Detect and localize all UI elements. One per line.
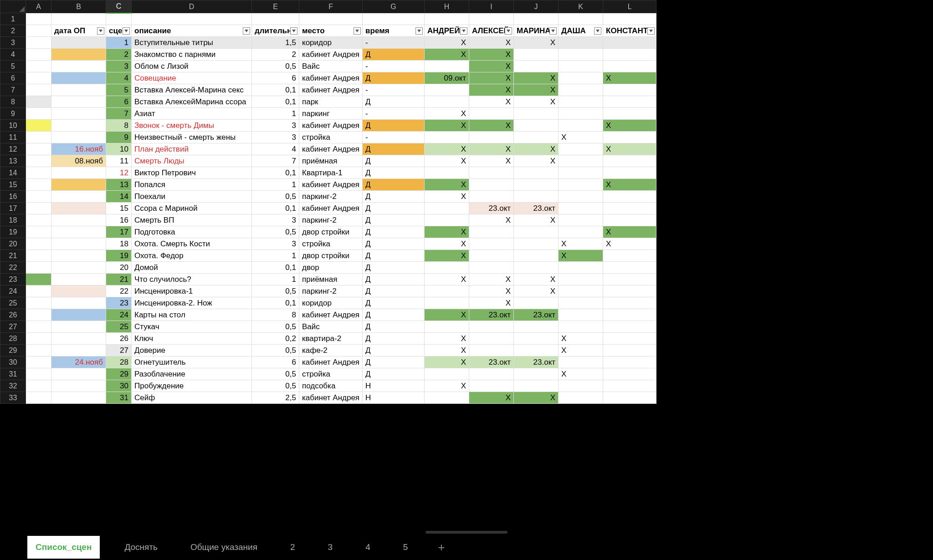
cell-A20[interactable]: [26, 238, 51, 250]
cell-K20[interactable]: X: [559, 238, 603, 250]
cell-K17[interactable]: [559, 203, 603, 214]
cell-H5[interactable]: [425, 61, 469, 72]
row-header-13[interactable]: 13: [0, 155, 26, 167]
cell-K1[interactable]: [559, 13, 603, 25]
cell-H6[interactable]: 09.окт: [425, 72, 469, 84]
cell-E19[interactable]: 0,5: [252, 226, 299, 238]
cell-E30[interactable]: 6: [252, 356, 299, 368]
cell-B33[interactable]: [51, 392, 106, 404]
add-sheet-button[interactable]: +: [432, 539, 450, 556]
cell-C32[interactable]: 30: [106, 380, 132, 392]
cell-F21[interactable]: двор стройки: [299, 250, 363, 262]
col-header-H[interactable]: H: [425, 0, 469, 13]
cell-A4[interactable]: [26, 49, 51, 61]
cell-A26[interactable]: [26, 309, 51, 321]
cell-E33[interactable]: 2,5: [252, 392, 299, 404]
cell-L9[interactable]: [603, 108, 656, 120]
cell-K5[interactable]: [559, 61, 603, 72]
cell-F3[interactable]: коридор: [299, 37, 363, 49]
cell-B7[interactable]: [51, 84, 106, 96]
header-cell-F[interactable]: место: [299, 25, 363, 37]
cell-A5[interactable]: [26, 61, 51, 72]
cell-H19[interactable]: X: [425, 226, 469, 238]
cell-L25[interactable]: [603, 297, 656, 309]
col-header-F[interactable]: F: [299, 0, 363, 13]
cell-C4[interactable]: 2: [106, 49, 132, 61]
cell-L11[interactable]: [603, 132, 656, 143]
filter-dropdown-icon[interactable]: [123, 27, 130, 35]
cell-F29[interactable]: кафе-2: [299, 345, 363, 356]
cell-D32[interactable]: Пробуждение: [132, 380, 252, 392]
cell-C10[interactable]: 8: [106, 120, 132, 132]
cell-K26[interactable]: [559, 309, 603, 321]
cell-K31[interactable]: X: [559, 368, 603, 380]
cell-E23[interactable]: 1: [252, 274, 299, 285]
cell-J17[interactable]: 23.окт: [514, 203, 559, 214]
cell-E28[interactable]: 0,2: [252, 333, 299, 345]
cell-H32[interactable]: X: [425, 380, 469, 392]
cell-L22[interactable]: [603, 262, 656, 274]
cell-I12[interactable]: X: [469, 143, 514, 155]
row-header-18[interactable]: 18: [0, 214, 26, 226]
cell-F6[interactable]: кабинет Андрея: [299, 72, 363, 84]
cell-A23[interactable]: [26, 274, 51, 285]
cell-G30[interactable]: Д: [363, 356, 425, 368]
cell-J15[interactable]: [514, 179, 559, 191]
header-cell-L[interactable]: КОНСТАНТИ: [603, 25, 656, 37]
cell-I3[interactable]: X: [469, 37, 514, 49]
cell-L19[interactable]: X: [603, 226, 656, 238]
cell-J24[interactable]: X: [514, 285, 559, 297]
cell-I30[interactable]: 23.окт: [469, 356, 514, 368]
cell-C12[interactable]: 10: [106, 143, 132, 155]
cell-J16[interactable]: [514, 191, 559, 203]
cell-D28[interactable]: Ключ: [132, 333, 252, 345]
cell-H8[interactable]: [425, 96, 469, 108]
filter-dropdown-icon[interactable]: [594, 27, 601, 35]
cell-F32[interactable]: подсобка: [299, 380, 363, 392]
cell-E15[interactable]: 1: [252, 179, 299, 191]
cell-L31[interactable]: [603, 368, 656, 380]
cell-F28[interactable]: квартира-2: [299, 333, 363, 345]
row-header-6[interactable]: 6: [0, 72, 26, 84]
cell-G25[interactable]: Д: [363, 297, 425, 309]
cell-D4[interactable]: Знакомство с парнями: [132, 49, 252, 61]
cell-G28[interactable]: Д: [363, 333, 425, 345]
cell-J25[interactable]: [514, 297, 559, 309]
cell-L10[interactable]: X: [603, 120, 656, 132]
cell-I26[interactable]: 23.окт: [469, 309, 514, 321]
cell-L16[interactable]: [603, 191, 656, 203]
cell-B13[interactable]: 08.нояб: [51, 155, 106, 167]
cell-I24[interactable]: X: [469, 285, 514, 297]
cell-J1[interactable]: [514, 13, 559, 25]
cell-B30[interactable]: 24.нояб: [51, 356, 106, 368]
cell-J3[interactable]: X: [514, 37, 559, 49]
cell-D29[interactable]: Доверие: [132, 345, 252, 356]
cell-E6[interactable]: 6: [252, 72, 299, 84]
cell-C15[interactable]: 13: [106, 179, 132, 191]
cell-E31[interactable]: 0,5: [252, 368, 299, 380]
cell-C19[interactable]: 17: [106, 226, 132, 238]
cell-A17[interactable]: [26, 203, 51, 214]
header-cell-I[interactable]: АЛЕКСЕЙ: [469, 25, 514, 37]
cell-J11[interactable]: [514, 132, 559, 143]
cell-K22[interactable]: [559, 262, 603, 274]
cell-G9[interactable]: -: [363, 108, 425, 120]
cell-E26[interactable]: 8: [252, 309, 299, 321]
cell-G4[interactable]: Д: [363, 49, 425, 61]
cell-C16[interactable]: 14: [106, 191, 132, 203]
row-header-22[interactable]: 22: [0, 262, 26, 274]
cell-I32[interactable]: [469, 380, 514, 392]
row-header-30[interactable]: 30: [0, 356, 26, 368]
cell-G8[interactable]: Д: [363, 96, 425, 108]
cell-B20[interactable]: [51, 238, 106, 250]
row-header-11[interactable]: 11: [0, 132, 26, 143]
cell-B16[interactable]: [51, 191, 106, 203]
cell-E3[interactable]: 1,5: [252, 37, 299, 49]
cell-A8[interactable]: [26, 96, 51, 108]
cell-K10[interactable]: [559, 120, 603, 132]
cell-B24[interactable]: [51, 285, 106, 297]
row-header-9[interactable]: 9: [0, 108, 26, 120]
cell-H30[interactable]: X: [425, 356, 469, 368]
cell-A7[interactable]: [26, 84, 51, 96]
cell-B18[interactable]: [51, 214, 106, 226]
